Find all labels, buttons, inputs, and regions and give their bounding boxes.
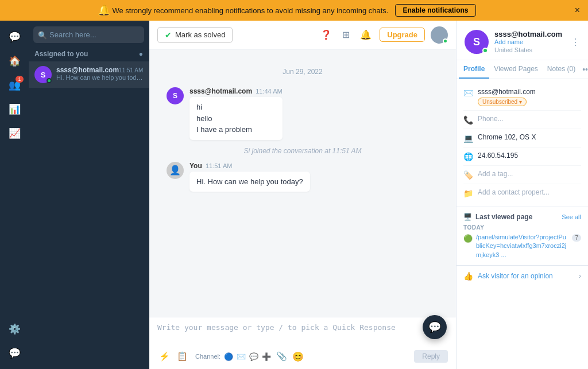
emoji-icon[interactable]: 😊 bbox=[292, 351, 304, 362]
add-name-link[interactable]: Add name bbox=[494, 38, 565, 45]
conv-avatar: S bbox=[34, 66, 52, 83]
detail-phone-row: 📞 Phone... bbox=[463, 111, 581, 129]
message-line: I have a problem bbox=[196, 124, 276, 135]
detail-property[interactable]: Add a contact propert... bbox=[478, 188, 581, 196]
tab-profile[interactable]: Profile bbox=[459, 60, 489, 79]
detail-ip-row: 🌐 24.60.54.195 bbox=[463, 147, 581, 166]
conversations-panel: 🔍 Assigned to you ● S ssss@hotmail.com 1… bbox=[29, 21, 149, 369]
notification-bell-icon: 🔔 bbox=[98, 4, 110, 17]
reply-button[interactable]: Reply bbox=[414, 350, 448, 363]
date-divider: Jun 29, 2022 bbox=[167, 68, 439, 76]
ask-visitor-text: Ask visitor for an opinion bbox=[478, 272, 574, 280]
conv-preview: Hi. How can we help you today? bbox=[56, 74, 143, 81]
sidebar-item-settings[interactable]: ⚙️ bbox=[4, 318, 25, 339]
bell-icon[interactable]: 🔔 bbox=[358, 27, 374, 42]
message-line: hello bbox=[196, 113, 276, 125]
sidebar-item-analytics[interactable]: 📈 bbox=[4, 123, 25, 143]
profile-panel: S ssss@hotmail.com Add name United State… bbox=[456, 21, 588, 369]
page-url[interactable]: /panel/simulateVisitor?projectPublicKey=… bbox=[476, 233, 568, 259]
detail-email: ssss@hotmail.com bbox=[478, 88, 581, 96]
profile-avatar: S bbox=[465, 30, 489, 54]
notification-message: We strongly recommend enabling notificat… bbox=[112, 6, 388, 15]
close-notification-button[interactable]: × bbox=[575, 5, 580, 15]
profile-header: S ssss@hotmail.com Add name United State… bbox=[457, 21, 588, 60]
enable-notifications-button[interactable]: Enable notifications bbox=[395, 4, 475, 17]
chat-messages: Jun 29, 2022 S ssss@hotmail.com 11:44 AM… bbox=[149, 49, 456, 317]
sender-name: ssss@hotmail.com bbox=[189, 87, 252, 95]
topbar-actions: ❓ ⊞ 🔔 Upgrade bbox=[318, 26, 448, 44]
sidebar-item-chat[interactable]: 💬 bbox=[4, 26, 25, 47]
message-time: 11:44 AM bbox=[256, 88, 282, 95]
conversation-item[interactable]: S ssss@hotmail.com 11:51 AM Hi. How can … bbox=[29, 61, 149, 88]
detail-ip: 24.60.54.195 bbox=[478, 152, 581, 160]
profile-email: ssss@hotmail.com bbox=[494, 30, 565, 38]
chat-bubble-icon: 💬 bbox=[9, 347, 21, 359]
page-count: 7 bbox=[572, 234, 581, 242]
ask-visitor-section[interactable]: 👍 Ask visitor for an opinion › bbox=[457, 265, 588, 286]
tag-icon: 🏷️ bbox=[463, 170, 473, 180]
fab-chat-icon: 💬 bbox=[428, 321, 441, 333]
sidebar-item-reports[interactable]: 📊 bbox=[4, 99, 25, 119]
page-item: 🟢 /panel/simulateVisitor?projectPublicKe… bbox=[463, 233, 581, 259]
extra-channel-icon[interactable]: ➕ bbox=[262, 352, 271, 361]
message-input[interactable] bbox=[157, 323, 448, 344]
folder-icon: 📁 bbox=[463, 189, 473, 198]
conv-time: 11:51 AM bbox=[119, 67, 143, 73]
message-bubble: hi hello I have a problem bbox=[189, 97, 283, 140]
tab-notes[interactable]: Notes (0) bbox=[543, 60, 580, 79]
chat-fab-button[interactable]: 💬 bbox=[423, 315, 447, 339]
help-icon[interactable]: ❓ bbox=[318, 27, 334, 42]
arrow-right-icon: › bbox=[579, 272, 581, 280]
lightning-icon[interactable]: ⚡ bbox=[157, 349, 172, 363]
unsubscribed-badge[interactable]: Unsubscribed ▾ bbox=[478, 98, 527, 106]
user-avatar[interactable] bbox=[431, 26, 448, 44]
message-bubble-outgoing: Hi. How can we help you today? bbox=[189, 172, 310, 192]
profile-online-dot bbox=[482, 48, 488, 53]
analytics-icon: 📈 bbox=[9, 127, 21, 139]
attachment-icon[interactable]: 📎 bbox=[274, 349, 289, 363]
last-viewed-title: 🖥️ Last viewed page bbox=[463, 213, 532, 221]
toggle-icon[interactable]: ● bbox=[139, 50, 143, 58]
user-online-dot bbox=[443, 38, 448, 44]
message-line: hi bbox=[196, 102, 276, 113]
phone-icon: 📞 bbox=[463, 115, 473, 125]
profile-more-button[interactable]: ⋮ bbox=[571, 37, 580, 48]
assigned-section-label: Assigned to you bbox=[34, 50, 88, 58]
conv-info: ssss@hotmail.com 11:51 AM Hi. How can we… bbox=[56, 66, 143, 81]
checkmark-icon: ✔ bbox=[165, 30, 172, 40]
profile-details: ✉️ ssss@hotmail.com Unsubscribed ▾ 📞 Pho… bbox=[457, 79, 588, 207]
mark-as-solved-button[interactable]: ✔ Mark as solved bbox=[157, 27, 233, 43]
message-meta: ssss@hotmail.com 11:44 AM bbox=[189, 87, 283, 95]
detail-phone[interactable]: Phone... bbox=[478, 115, 581, 123]
sidebar-item-chat-bubble[interactable]: 💬 bbox=[4, 343, 25, 363]
upgrade-button[interactable]: Upgrade bbox=[380, 28, 425, 42]
page-icon: 🟢 bbox=[463, 234, 473, 243]
channel-label: Channel: bbox=[195, 353, 220, 360]
detail-tag[interactable]: Add a tag... bbox=[478, 170, 581, 178]
search-input[interactable] bbox=[33, 26, 144, 43]
sidebar-item-contacts[interactable]: 👥 1 bbox=[4, 75, 25, 95]
system-message: Si joined the conversation at 11:51 AM bbox=[167, 147, 439, 155]
detail-property-row: 📁 Add a contact propert... bbox=[463, 184, 581, 202]
location-icon: 🌐 bbox=[463, 152, 473, 161]
last-viewed-header: 🖥️ Last viewed page See all bbox=[463, 213, 581, 221]
see-all-link[interactable]: See all bbox=[562, 213, 581, 220]
agent-avatar: 👤 bbox=[167, 162, 184, 179]
message-time-outgoing: 11:51 AM bbox=[206, 162, 232, 169]
chat-input-area: ⚡ 📋 Channel: 🔵 ✉️ 💬 ➕ 📎 😊 Reply bbox=[149, 317, 456, 369]
input-toolbar: ⚡ 📋 Channel: 🔵 ✉️ 💬 ➕ 📎 😊 Reply bbox=[157, 349, 448, 363]
grid-icon[interactable]: ⊞ bbox=[340, 27, 352, 42]
profile-tabs: Profile Viewed Pages Notes (0) ••• bbox=[457, 60, 588, 79]
snippet-icon[interactable]: 📋 bbox=[175, 349, 189, 363]
sms-channel-icon[interactable]: 💬 bbox=[249, 352, 258, 361]
thumbs-up-icon: 👍 bbox=[463, 271, 473, 281]
today-label: TODAY bbox=[463, 224, 581, 231]
channel-icon[interactable]: 🔵 bbox=[224, 352, 233, 361]
reports-icon: 📊 bbox=[9, 103, 21, 115]
chat-icon: 💬 bbox=[9, 31, 21, 43]
message-content-outgoing: You 11:51 AM Hi. How can we help you tod… bbox=[189, 162, 310, 192]
sidebar-item-home[interactable]: 🏠 bbox=[4, 51, 25, 71]
tabs-more-button[interactable]: ••• bbox=[580, 63, 588, 76]
tab-viewed-pages[interactable]: Viewed Pages bbox=[489, 60, 543, 79]
email-channel-icon[interactable]: ✉️ bbox=[237, 352, 246, 361]
